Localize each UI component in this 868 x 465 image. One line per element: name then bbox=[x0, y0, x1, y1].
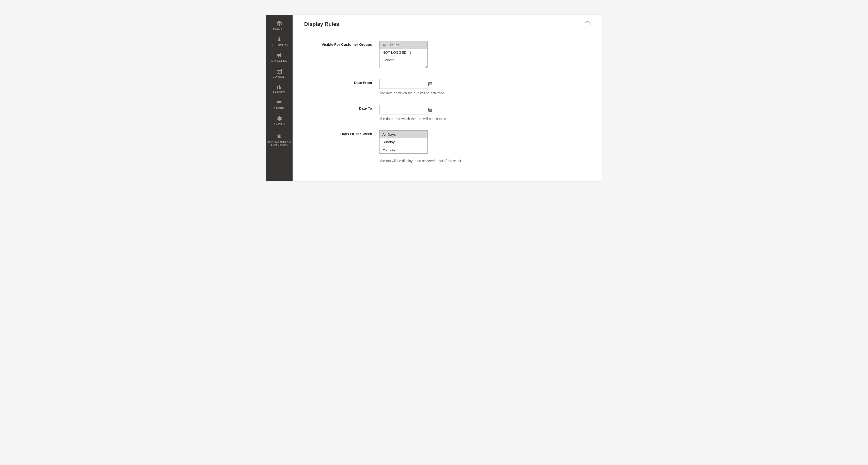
admin-panel: CATALOG CUSTOMERS MARKETING CONTENT REPO bbox=[266, 14, 602, 181]
label-col: Date From bbox=[304, 79, 379, 85]
catalog-icon bbox=[276, 20, 283, 27]
select-option[interactable]: All Days bbox=[379, 131, 428, 138]
control-col: The date after which the rule will be di… bbox=[379, 105, 590, 121]
svg-rect-18 bbox=[430, 85, 431, 85]
label-col: Visible For Customer Groups bbox=[304, 41, 379, 47]
select-option[interactable]: NOT LOGGED IN bbox=[379, 48, 428, 56]
field-label: Date From bbox=[354, 80, 372, 85]
svg-point-9 bbox=[280, 135, 281, 136]
select-option[interactable]: Monday bbox=[379, 146, 428, 153]
helper-text: The date after which the rule will be di… bbox=[379, 117, 590, 121]
sidebar-label: CATALOG bbox=[272, 28, 286, 31]
svg-rect-28 bbox=[430, 110, 431, 111]
control-col: All Groups NOT LOGGED IN General bbox=[379, 41, 590, 68]
svg-rect-4 bbox=[277, 87, 278, 89]
field-label: Visible For Customer Groups bbox=[321, 42, 372, 46]
svg-point-0 bbox=[279, 37, 280, 39]
sidebar-label: FIND PARTNERS & EXTENSIONS bbox=[266, 141, 292, 147]
sidebar-divider bbox=[269, 130, 290, 130]
label-col: Date To bbox=[304, 105, 379, 110]
select-option[interactable]: All Groups bbox=[379, 41, 428, 48]
field-days-of-week: Days Of The Week All Days Sunday Monday … bbox=[304, 130, 590, 163]
svg-rect-5 bbox=[279, 85, 280, 89]
control-col: The date on which the rule will be activ… bbox=[379, 79, 590, 95]
sidebar-item-reports[interactable]: REPORTS bbox=[266, 81, 292, 97]
customers-icon bbox=[276, 36, 283, 43]
admin-sidebar: CATALOG CUSTOMERS MARKETING CONTENT REPO bbox=[266, 15, 292, 181]
sidebar-label: CONTENT bbox=[272, 75, 287, 78]
svg-rect-29 bbox=[431, 110, 432, 111]
marketing-icon bbox=[276, 52, 283, 59]
section-header: Display Rules bbox=[304, 21, 590, 27]
control-col: All Days Sunday Monday The tab will be d… bbox=[379, 130, 590, 163]
system-icon bbox=[276, 115, 283, 122]
svg-rect-15 bbox=[430, 84, 431, 84]
calendar-icon[interactable] bbox=[428, 81, 433, 87]
field-customer-groups: Visible For Customer Groups All Groups N… bbox=[304, 41, 590, 68]
svg-rect-25 bbox=[430, 109, 431, 110]
svg-point-7 bbox=[279, 135, 280, 135]
stores-icon bbox=[276, 99, 283, 106]
date-to-input-wrap bbox=[379, 105, 428, 114]
field-label: Days Of The Week bbox=[340, 132, 372, 136]
select-option[interactable]: Sunday bbox=[379, 138, 428, 146]
svg-rect-1 bbox=[277, 69, 281, 73]
sidebar-label: CUSTOMERS bbox=[270, 43, 289, 47]
svg-rect-19 bbox=[431, 85, 432, 85]
sidebar-item-marketing[interactable]: MARKETING bbox=[266, 49, 292, 65]
field-date-to: Date To The date after which the rule wi… bbox=[304, 105, 590, 121]
label-col: Days Of The Week bbox=[304, 130, 379, 136]
svg-point-8 bbox=[278, 135, 279, 136]
collapse-section-button[interactable] bbox=[585, 21, 590, 27]
svg-rect-6 bbox=[280, 87, 281, 89]
date-from-input-wrap bbox=[379, 79, 428, 89]
sidebar-label: MARKETING bbox=[270, 59, 288, 62]
svg-rect-24 bbox=[429, 109, 430, 110]
field-label: Date To bbox=[359, 106, 372, 110]
content-icon bbox=[276, 68, 283, 74]
helper-text: The date on which the rule will be activ… bbox=[379, 91, 590, 95]
svg-rect-14 bbox=[429, 84, 430, 84]
sidebar-item-partners[interactable]: FIND PARTNERS & EXTENSIONS bbox=[266, 131, 292, 150]
sidebar-item-system[interactable]: SYSTEM bbox=[266, 113, 292, 129]
svg-rect-26 bbox=[431, 109, 432, 110]
date-from-input[interactable] bbox=[382, 79, 428, 89]
partners-icon bbox=[276, 133, 283, 140]
svg-rect-17 bbox=[429, 85, 430, 85]
helper-text: The tab will be displayed on selected da… bbox=[379, 159, 590, 163]
chevron-up-icon bbox=[586, 23, 589, 26]
sidebar-label: REPORTS bbox=[272, 91, 287, 94]
sidebar-label: SYSTEM bbox=[273, 123, 286, 126]
section-title: Display Rules bbox=[304, 21, 339, 27]
svg-rect-16 bbox=[431, 84, 432, 84]
sidebar-item-content[interactable]: CONTENT bbox=[266, 65, 292, 81]
main-content: Display Rules Visible For Customer Group… bbox=[292, 15, 602, 181]
days-of-week-select[interactable]: All Days Sunday Monday bbox=[379, 130, 428, 154]
reports-icon bbox=[276, 84, 283, 90]
sidebar-item-catalog[interactable]: CATALOG bbox=[266, 18, 292, 34]
calendar-icon[interactable] bbox=[428, 107, 433, 112]
field-date-from: Date From The date on which the rule wil… bbox=[304, 79, 590, 95]
sidebar-label: STORES bbox=[273, 107, 286, 110]
date-to-input[interactable] bbox=[382, 105, 428, 114]
sidebar-item-stores[interactable]: STORES bbox=[266, 97, 292, 113]
select-option[interactable]: General bbox=[379, 56, 428, 64]
svg-rect-27 bbox=[429, 110, 430, 111]
sidebar-item-customers[interactable]: CUSTOMERS bbox=[266, 34, 292, 49]
customer-groups-select[interactable]: All Groups NOT LOGGED IN General bbox=[379, 41, 428, 68]
